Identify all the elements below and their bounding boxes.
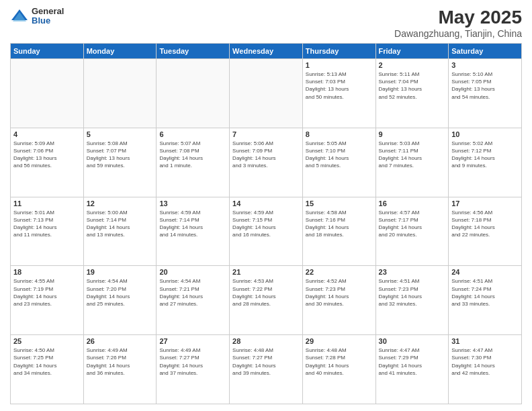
- day-info: Sunrise: 5:06 AM Sunset: 7:09 PM Dayligh…: [232, 140, 300, 170]
- calendar-week-5: 25Sunrise: 4:50 AM Sunset: 7:25 PM Dayli…: [11, 335, 522, 404]
- table-row: 28Sunrise: 4:48 AM Sunset: 7:27 PM Dayli…: [230, 335, 303, 404]
- page: General Blue May 2025 Dawangzhuang, Tian…: [0, 0, 532, 411]
- day-number: 23: [379, 268, 446, 276]
- day-info: Sunrise: 4:51 AM Sunset: 7:24 PM Dayligh…: [451, 277, 519, 308]
- table-row: 26Sunrise: 4:49 AM Sunset: 7:26 PM Dayli…: [83, 335, 157, 404]
- day-number: 1: [306, 61, 373, 69]
- day-info: Sunrise: 5:03 AM Sunset: 7:11 PM Dayligh…: [379, 140, 446, 170]
- day-number: 29: [306, 337, 373, 345]
- table-row: [11, 59, 84, 128]
- table-row: 31Sunrise: 4:47 AM Sunset: 7:30 PM Dayli…: [449, 335, 522, 404]
- day-info: Sunrise: 5:08 AM Sunset: 7:07 PM Dayligh…: [87, 140, 154, 170]
- day-number: 27: [159, 337, 226, 345]
- table-row: 8Sunrise: 5:05 AM Sunset: 7:10 PM Daylig…: [302, 128, 375, 197]
- logo-text: General Blue: [32, 7, 64, 26]
- day-number: 14: [232, 199, 300, 208]
- table-row: 20Sunrise: 4:54 AM Sunset: 7:21 PM Dayli…: [157, 266, 230, 335]
- day-info: Sunrise: 4:54 AM Sunset: 7:21 PM Dayligh…: [159, 277, 226, 308]
- day-number: 17: [451, 199, 519, 208]
- col-thursday: Thursday: [302, 44, 375, 59]
- logo-general-text: General: [32, 7, 64, 16]
- table-row: [157, 59, 230, 128]
- table-row: 15Sunrise: 4:58 AM Sunset: 7:16 PM Dayli…: [302, 197, 375, 266]
- day-info: Sunrise: 4:49 AM Sunset: 7:27 PM Dayligh…: [159, 347, 226, 377]
- day-number: 8: [306, 130, 373, 138]
- day-number: 9: [379, 130, 446, 138]
- day-info: Sunrise: 4:50 AM Sunset: 7:25 PM Dayligh…: [13, 347, 81, 377]
- day-number: 18: [13, 268, 81, 276]
- day-info: Sunrise: 4:48 AM Sunset: 7:27 PM Dayligh…: [232, 347, 300, 377]
- day-number: 2: [379, 61, 446, 69]
- day-info: Sunrise: 4:48 AM Sunset: 7:28 PM Dayligh…: [306, 347, 373, 377]
- day-info: Sunrise: 5:10 AM Sunset: 7:05 PM Dayligh…: [451, 71, 519, 101]
- day-info: Sunrise: 4:54 AM Sunset: 7:20 PM Dayligh…: [87, 277, 154, 308]
- table-row: 3Sunrise: 5:10 AM Sunset: 7:05 PM Daylig…: [449, 59, 522, 128]
- header: General Blue May 2025 Dawangzhuang, Tian…: [10, 7, 522, 39]
- day-info: Sunrise: 4:55 AM Sunset: 7:19 PM Dayligh…: [13, 277, 81, 308]
- day-info: Sunrise: 4:57 AM Sunset: 7:17 PM Dayligh…: [379, 209, 446, 239]
- table-row: 23Sunrise: 4:51 AM Sunset: 7:23 PM Dayli…: [375, 266, 449, 335]
- day-number: 3: [451, 61, 519, 69]
- table-row: 1Sunrise: 5:13 AM Sunset: 7:03 PM Daylig…: [302, 59, 375, 128]
- table-row: 29Sunrise: 4:48 AM Sunset: 7:28 PM Dayli…: [302, 335, 375, 404]
- table-row: 30Sunrise: 4:47 AM Sunset: 7:29 PM Dayli…: [375, 335, 449, 404]
- table-row: 14Sunrise: 4:59 AM Sunset: 7:15 PM Dayli…: [230, 197, 303, 266]
- table-row: 17Sunrise: 4:56 AM Sunset: 7:18 PM Dayli…: [449, 197, 522, 266]
- day-info: Sunrise: 4:52 AM Sunset: 7:23 PM Dayligh…: [306, 277, 373, 308]
- day-number: 20: [159, 268, 226, 276]
- col-friday: Friday: [375, 44, 449, 59]
- day-info: Sunrise: 4:49 AM Sunset: 7:26 PM Dayligh…: [87, 347, 154, 377]
- table-row: 27Sunrise: 4:49 AM Sunset: 7:27 PM Dayli…: [157, 335, 230, 404]
- col-wednesday: Wednesday: [230, 44, 303, 59]
- title-block: May 2025 Dawangzhuang, Tianjin, China: [394, 7, 522, 39]
- day-info: Sunrise: 5:11 AM Sunset: 7:04 PM Dayligh…: [379, 71, 446, 101]
- day-number: 24: [451, 268, 519, 276]
- calendar-week-3: 11Sunrise: 5:01 AM Sunset: 7:13 PM Dayli…: [11, 197, 522, 266]
- table-row: 12Sunrise: 5:00 AM Sunset: 7:14 PM Dayli…: [83, 197, 157, 266]
- day-number: 15: [306, 199, 373, 208]
- day-number: 26: [87, 337, 154, 345]
- day-info: Sunrise: 5:13 AM Sunset: 7:03 PM Dayligh…: [306, 71, 373, 101]
- table-row: 19Sunrise: 4:54 AM Sunset: 7:20 PM Dayli…: [83, 266, 157, 335]
- day-info: Sunrise: 4:51 AM Sunset: 7:23 PM Dayligh…: [379, 277, 446, 308]
- day-number: 7: [232, 130, 300, 138]
- table-row: 4Sunrise: 5:09 AM Sunset: 7:06 PM Daylig…: [11, 128, 84, 197]
- calendar-week-1: 1Sunrise: 5:13 AM Sunset: 7:03 PM Daylig…: [11, 59, 522, 128]
- day-number: 10: [451, 130, 519, 138]
- day-number: 11: [13, 199, 81, 208]
- day-info: Sunrise: 4:59 AM Sunset: 7:15 PM Dayligh…: [232, 209, 300, 239]
- title-month: May 2025: [394, 7, 522, 28]
- table-row: 6Sunrise: 5:07 AM Sunset: 7:08 PM Daylig…: [157, 128, 230, 197]
- table-row: 21Sunrise: 4:53 AM Sunset: 7:22 PM Dayli…: [230, 266, 303, 335]
- table-row: 11Sunrise: 5:01 AM Sunset: 7:13 PM Dayli…: [11, 197, 84, 266]
- table-row: 7Sunrise: 5:06 AM Sunset: 7:09 PM Daylig…: [230, 128, 303, 197]
- table-row: 24Sunrise: 4:51 AM Sunset: 7:24 PM Dayli…: [449, 266, 522, 335]
- logo-blue-text: Blue: [32, 16, 64, 26]
- table-row: [230, 59, 303, 128]
- table-row: [83, 59, 157, 128]
- day-number: 25: [13, 337, 81, 345]
- table-row: 10Sunrise: 5:02 AM Sunset: 7:12 PM Dayli…: [449, 128, 522, 197]
- col-tuesday: Tuesday: [157, 44, 230, 59]
- day-info: Sunrise: 4:58 AM Sunset: 7:16 PM Dayligh…: [306, 209, 373, 239]
- table-row: 25Sunrise: 4:50 AM Sunset: 7:25 PM Dayli…: [11, 335, 84, 404]
- table-row: 9Sunrise: 5:03 AM Sunset: 7:11 PM Daylig…: [375, 128, 449, 197]
- day-number: 4: [13, 130, 81, 138]
- table-row: 13Sunrise: 4:59 AM Sunset: 7:14 PM Dayli…: [157, 197, 230, 266]
- col-monday: Monday: [83, 44, 157, 59]
- day-number: 12: [87, 199, 154, 208]
- table-row: 18Sunrise: 4:55 AM Sunset: 7:19 PM Dayli…: [11, 266, 84, 335]
- day-number: 21: [232, 268, 300, 276]
- day-info: Sunrise: 4:59 AM Sunset: 7:14 PM Dayligh…: [159, 209, 226, 239]
- day-info: Sunrise: 4:56 AM Sunset: 7:18 PM Dayligh…: [451, 209, 519, 239]
- day-number: 31: [451, 337, 519, 345]
- table-row: 2Sunrise: 5:11 AM Sunset: 7:04 PM Daylig…: [375, 59, 449, 128]
- col-saturday: Saturday: [449, 44, 522, 59]
- table-row: 16Sunrise: 4:57 AM Sunset: 7:17 PM Dayli…: [375, 197, 449, 266]
- day-number: 30: [379, 337, 446, 345]
- day-info: Sunrise: 5:02 AM Sunset: 7:12 PM Dayligh…: [451, 140, 519, 170]
- logo-icon: [10, 7, 29, 26]
- calendar-week-2: 4Sunrise: 5:09 AM Sunset: 7:06 PM Daylig…: [11, 128, 522, 197]
- day-info: Sunrise: 5:00 AM Sunset: 7:14 PM Dayligh…: [87, 209, 154, 239]
- calendar-header-row: Sunday Monday Tuesday Wednesday Thursday…: [11, 44, 522, 59]
